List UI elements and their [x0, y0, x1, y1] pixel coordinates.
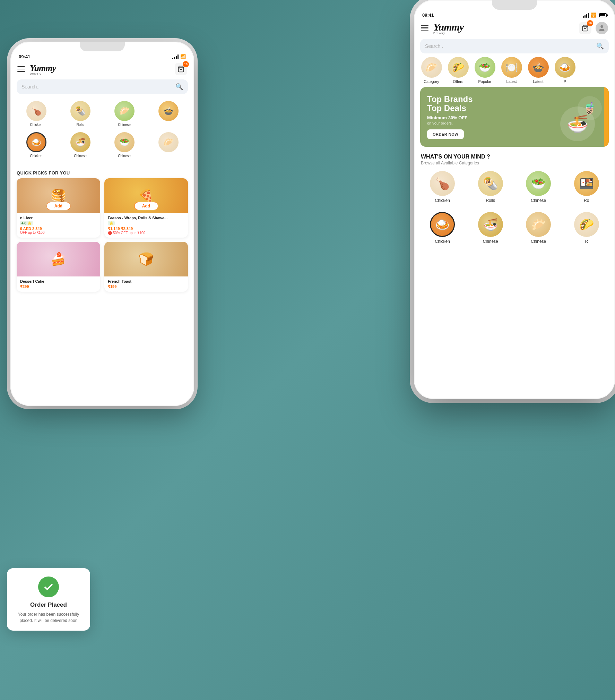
food-card-3[interactable]: 🍰 Dessert Cake ₹299	[17, 242, 100, 292]
user-avatar-front[interactable]	[596, 22, 608, 34]
signal-back	[172, 54, 179, 59]
wifi-icon-front: 🛜	[591, 12, 596, 18]
wifi-icon-back: 📶	[180, 54, 186, 59]
cat-category[interactable]: 🥟 Category	[420, 57, 443, 84]
cat-grid-row2: 🍛 Chicken 🍜 Chinese 🥟 Chinese 🌮 R	[414, 207, 615, 244]
cat-p[interactable]: 🍛 P	[554, 57, 576, 84]
cat-row-1-back: 🍗 Chicken 🌯 Rolls 🥟 Chinese 🍲	[17, 101, 188, 127]
quick-picks-header: QUICK PICKS FOR YOU	[10, 167, 194, 178]
cat-item-chinese-1[interactable]: 🥟 Chinese	[105, 101, 144, 127]
add-btn-1[interactable]: Add	[46, 202, 70, 210]
hamburger-menu-front[interactable]	[421, 25, 428, 31]
time-back: 09:41	[19, 54, 30, 59]
cart-badge-front: 10	[587, 20, 593, 26]
cat-item-chinese-2[interactable]: 🍜 Chinese	[61, 132, 100, 158]
category-scroll-top: 🥟 Category 🌮 Offers 🥗 Popular 🍽️ Latest …	[414, 57, 615, 87]
logo-back: Yummy Delvery	[30, 63, 56, 75]
cart-icon-back[interactable]: 10	[175, 63, 187, 75]
grid-cat-ro[interactable]: 🍱 Ro	[564, 171, 609, 203]
app-header-back: Yummy Delvery 10	[10, 61, 194, 78]
cat-row-2-back: 🍛 Chicken 🍜 Chinese 🥗 Chinese 🥟	[17, 132, 188, 158]
cat-item-extra-1[interactable]: 🍲	[149, 101, 188, 127]
status-bar-back: 09:41 📶	[10, 51, 194, 61]
search-placeholder-front: Search..	[425, 43, 594, 49]
order-check-icon	[38, 577, 59, 597]
banner-subtitle: Minimum 30% OFF	[427, 115, 557, 120]
order-placed-card: Order Placed Your order has been success…	[7, 568, 90, 631]
battery-icon-front	[599, 13, 607, 17]
grid-cat-chinese-3[interactable]: 🥟 Chinese	[516, 212, 561, 244]
cat-item-chicken-2[interactable]: 🍛 Chicken	[17, 132, 56, 158]
time-front: 09:41	[422, 12, 434, 18]
grid-cat-r[interactable]: 🌮 R	[564, 212, 609, 244]
back-phone: 09:41 📶 Yummy	[10, 42, 194, 406]
app-header-front: Yummy Delvery 10	[414, 19, 615, 37]
cart-badge-back: 10	[183, 61, 189, 67]
hamburger-menu-back[interactable]	[17, 66, 25, 72]
banner-title: Top BrandsTop Deals	[427, 95, 557, 113]
cat-latest-1[interactable]: 🍽️ Latest	[500, 57, 523, 84]
cart-icon-front[interactable]: 10	[579, 22, 591, 34]
search-icon-back: 🔍	[175, 83, 183, 91]
svg-point-2	[600, 25, 603, 27]
cat-latest-2[interactable]: 🍲 Latest	[527, 57, 549, 84]
cat-item-extra-2[interactable]: 🥟	[149, 132, 188, 158]
food-card-4[interactable]: 🍞 French Toast ₹199	[104, 242, 188, 292]
search-icon-front: 🔍	[596, 42, 604, 50]
logo-front: Yummy Delvery	[433, 21, 464, 35]
order-now-button[interactable]: ORDER NOW	[427, 129, 464, 139]
cat-item-rolls[interactable]: 🌯 Rolls	[61, 101, 100, 127]
cat-item-chicken-1[interactable]: 🍗 Chicken	[17, 101, 56, 127]
cat-offers[interactable]: 🌮 Offers	[447, 57, 469, 84]
food-cards-grid: 🥞 Add n Liver 4.8 ⭐ 9 AED 2,349 OFF up t…	[10, 178, 194, 292]
promo-banner: Top BrandsTop Deals Minimum 30% OFF on y…	[420, 87, 609, 147]
section-title: WHAT'S ON YOUR MIND ?	[421, 154, 608, 160]
cat-popular[interactable]: 🥗 Popular	[474, 57, 496, 84]
food-card-2[interactable]: 🍕 Add Faasos - Wraps, Rolls & Shawa... ⭐…	[104, 178, 188, 238]
cat-item-chinese-3[interactable]: 🥗 Chinese	[105, 132, 144, 158]
section-header: WHAT'S ON YOUR MIND ? Browse all Availab…	[414, 152, 615, 166]
front-phone: 09:41 🛜	[414, 0, 615, 399]
banner-desc: on your orders.	[427, 121, 557, 125]
order-placed-title: Order Placed	[14, 601, 83, 608]
status-bar-front: 09:41 🛜	[414, 10, 615, 19]
signal-front	[583, 13, 589, 18]
grid-cat-chinese-1[interactable]: 🥗 Chinese	[516, 171, 561, 203]
category-rows-back: 🍗 Chicken 🌯 Rolls 🥟 Chinese 🍲	[10, 97, 194, 167]
grid-cat-chicken-1[interactable]: 🍗 Chicken	[420, 171, 465, 203]
status-icons-back: 📶	[172, 54, 186, 59]
search-bar-front[interactable]: Search.. 🔍	[420, 39, 609, 53]
search-placeholder-back: Search..	[21, 84, 173, 89]
status-icons-front: 🛜	[583, 12, 607, 18]
add-btn-2[interactable]: Add	[134, 202, 158, 210]
section-subtitle: Browse all Available Categories	[421, 161, 608, 165]
grid-cat-chinese-2[interactable]: 🍜 Chinese	[468, 212, 513, 244]
food-card-1[interactable]: 🥞 Add n Liver 4.8 ⭐ 9 AED 2,349 OFF up t…	[17, 178, 100, 238]
banner-food: 🍜 🧋	[557, 96, 602, 138]
order-placed-desc: Your order has been successfully placed.…	[14, 611, 83, 624]
grid-cat-rolls[interactable]: 🌯 Rolls	[468, 171, 513, 203]
cat-grid-row1: 🍗 Chicken 🌯 Rolls 🥗 Chinese 🍱 Ro	[414, 166, 615, 203]
grid-cat-chicken-2[interactable]: 🍛 Chicken	[420, 212, 465, 244]
search-bar-back[interactable]: Search.. 🔍	[17, 79, 188, 94]
